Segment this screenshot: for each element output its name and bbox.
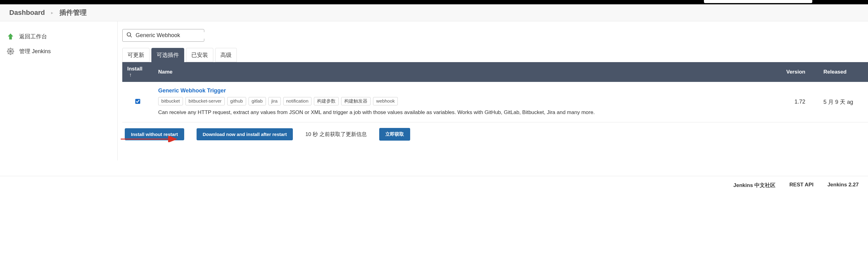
top-header-bar [0,0,868,4]
header-released[interactable]: Released [818,62,868,82]
plugin-name-link[interactable]: Generic Webhook Trigger [158,88,776,94]
main-content: 可更新 可选插件 已安装 高级 Install ↑ Name Version R… [118,21,868,161]
fetch-now-button[interactable]: 立即获取 [379,128,410,141]
tag[interactable]: 构建触发器 [341,97,371,105]
header-name[interactable]: Name [153,62,781,82]
gear-icon [6,47,15,56]
top-search-box[interactable] [704,0,812,3]
tag[interactable]: github [227,97,246,105]
sort-arrow-icon: ↑ [129,72,132,78]
breadcrumb-separator: ▸ [51,10,53,15]
header-install[interactable]: Install ↑ [122,62,153,82]
sidebar: 返回工作台 管理 Jenkins [0,21,118,161]
tag[interactable]: notification [283,97,312,105]
search-icon [126,32,132,39]
search-box[interactable] [122,29,204,42]
up-arrow-icon [6,32,15,41]
install-checkbox[interactable] [135,99,140,104]
plugin-released: 5 月 9 天 ag [824,99,853,105]
tag[interactable]: webhook [373,97,398,105]
tag[interactable]: bitbucket-server [185,97,225,105]
sidebar-item-label: 管理 Jenkins [19,47,51,55]
footer-community-link[interactable]: Jenkins 中文社区 [733,182,775,189]
tag[interactable]: 构建参数 [314,97,339,105]
footer-version[interactable]: Jenkins 2.27 [828,182,859,189]
plugin-tags: bitbucket bitbucket-server github gitlab… [158,97,776,105]
install-without-restart-button[interactable]: Install without restart [125,128,184,140]
download-install-restart-button[interactable]: Download now and install after restart [196,128,293,140]
footer-rest-api-link[interactable]: REST API [789,182,813,189]
tag[interactable]: gitlab [249,97,266,105]
tabs: 可更新 可选插件 已安装 高级 [122,48,868,62]
tab-advanced[interactable]: 高级 [215,48,237,62]
tab-installed[interactable]: 已安装 [186,48,213,62]
header-version[interactable]: Version [781,62,818,82]
search-input[interactable] [135,32,208,39]
plugin-version: 1.72 [794,99,805,105]
tab-updates[interactable]: 可更新 [122,48,150,62]
sidebar-item-manage[interactable]: 管理 Jenkins [6,44,111,59]
plugin-table: Install ↑ Name Version Released Generic … [122,62,868,123]
breadcrumb-current[interactable]: 插件管理 [59,8,87,17]
tag[interactable]: jira [269,97,281,105]
breadcrumb: Dashboard ▸ 插件管理 [0,4,868,21]
svg-point-1 [9,50,12,53]
tag[interactable]: bitbucket [158,97,183,105]
sidebar-item-back[interactable]: 返回工作台 [6,29,111,44]
sidebar-item-label: 返回工作台 [19,33,47,40]
breadcrumb-dashboard[interactable]: Dashboard [9,9,45,17]
tab-available[interactable]: 可选插件 [151,48,184,62]
footer: Jenkins 中文社区 REST API Jenkins 2.27 [0,176,868,189]
update-status-text: 10 秒 之前获取了更新信息 [305,131,367,138]
plugin-description: Can receive any HTTP request, extract an… [158,108,776,116]
action-bar: Install without restart Download now and… [122,123,868,146]
svg-point-10 [127,33,131,36]
svg-line-11 [130,36,132,37]
table-row: Generic Webhook Trigger bitbucket bitbuc… [122,82,868,122]
